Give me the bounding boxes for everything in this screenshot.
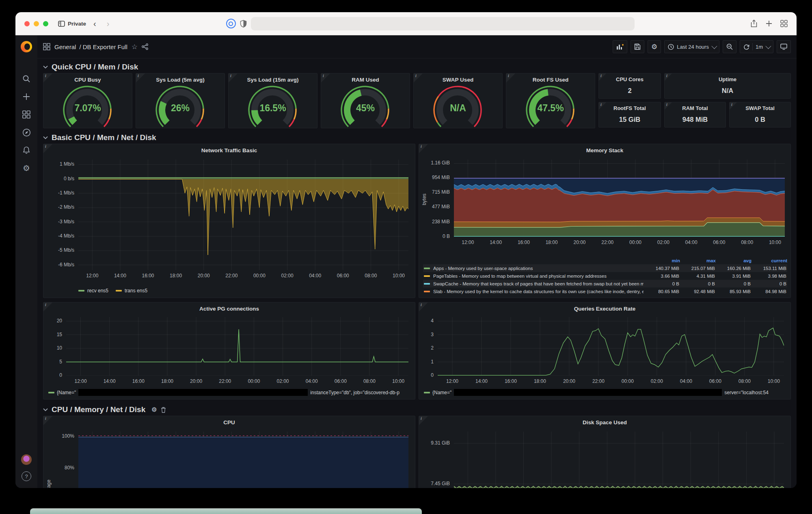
panel-sys-load-5m[interactable]: i Sys Load (5m avg) 26% <box>136 73 225 128</box>
add-panel-button[interactable] <box>613 40 627 53</box>
gauge-value: N/A <box>414 103 502 114</box>
dashboard-topbar: General / DB Exporter Full ☆ <box>37 35 797 58</box>
tab-overview-icon[interactable] <box>780 20 788 27</box>
info-icon[interactable]: i <box>323 73 324 78</box>
tv-mode-button[interactable] <box>777 40 791 53</box>
explore-compass-icon[interactable] <box>20 126 32 138</box>
info-icon[interactable]: i <box>666 102 667 107</box>
legend-label-prefix: {Name=" <box>57 390 76 395</box>
legend-header-min[interactable]: min <box>644 258 680 263</box>
browser-forward-button[interactable]: › <box>104 19 113 28</box>
panel-root-fs-used[interactable]: i Root FS Used 47.5% <box>506 73 595 128</box>
panel-title: Sys Load (5m avg) <box>136 77 225 83</box>
queries-legend[interactable]: {Name=" server="localhost:54 <box>424 389 786 396</box>
section-basic-cpu-mem-net-disk[interactable]: Basic CPU / Mem / Net / Disk <box>43 132 791 144</box>
info-icon[interactable]: i <box>600 73 602 78</box>
panel-uptime[interactable]: i Uptime N/A <box>664 73 791 99</box>
browser-window: Private ‹ › <box>15 12 797 488</box>
share-dashboard-icon[interactable] <box>142 43 148 50</box>
time-range-picker[interactable]: Last 24 hours <box>664 40 719 53</box>
panel-ram-used[interactable]: i RAM Used 45% <box>321 73 410 128</box>
info-icon[interactable]: i <box>508 73 509 78</box>
legend-row-pagetables[interactable]: PageTables - Memory used to map between … <box>423 272 787 280</box>
panel-swap-total[interactable]: i SWAP Total 0 B <box>729 102 791 127</box>
memory-stack-plot: 12:0014:0016:0018:0020:0022:0000:0002:00… <box>454 160 785 237</box>
section-cpu-memory-net-disk[interactable]: CPU / Memory / Net / Disk ⚙ <box>43 404 791 416</box>
pg-legend[interactable]: {Name=" instanceType="db", job="discover… <box>48 389 410 396</box>
memory-legend-table: min max avg current Apps - Memory used b… <box>423 257 787 295</box>
dashboard-settings-button[interactable]: ⚙ <box>648 40 661 53</box>
star-icon[interactable]: ☆ <box>132 43 138 51</box>
info-icon[interactable]: i <box>138 73 139 78</box>
minimize-window-button[interactable] <box>34 21 39 26</box>
breadcrumb-dashboard[interactable]: / DB Exporter Full <box>79 43 127 50</box>
share-icon[interactable] <box>750 19 758 28</box>
info-icon[interactable]: i <box>45 302 46 307</box>
legend-row-apps[interactable]: Apps - Memory used by user-space applica… <box>423 264 787 272</box>
chevron-down-icon <box>43 408 48 411</box>
stat-value: 2 <box>599 87 661 95</box>
legend-item[interactable]: recv ens5 <box>78 288 108 294</box>
browser-back-button[interactable]: ‹ <box>90 19 99 28</box>
info-icon[interactable]: i <box>45 416 46 421</box>
panel-cpu-cores[interactable]: i CPU Cores 2 <box>598 73 661 99</box>
search-icon[interactable] <box>20 73 32 85</box>
private-browsing-indicator[interactable]: Private <box>58 21 86 27</box>
row-delete-trash-icon[interactable] <box>161 407 166 413</box>
refresh-picker[interactable]: 1m <box>740 40 773 53</box>
info-icon[interactable]: i <box>421 302 422 307</box>
new-tab-icon[interactable] <box>766 20 772 27</box>
breadcrumb-folder[interactable]: General <box>54 43 76 50</box>
panel-disk-space-used[interactable]: i Disk Space Used 5.59 GiB7.45 GiB9.31 G… <box>419 416 791 488</box>
panel-cpu-busy[interactable]: i CPU Busy 7.07% <box>43 73 132 128</box>
info-icon[interactable]: i <box>421 416 422 421</box>
panel-title: CPU <box>43 419 415 425</box>
gear-icon: ⚙ <box>651 43 657 51</box>
panel-rootfs-total[interactable]: i RootFS Total 15 GiB <box>598 102 661 127</box>
panel-cpu[interactable]: i CPU Percentage 40%60%80%100% <box>43 416 415 488</box>
panel-title: Root FS Used <box>506 77 595 83</box>
configuration-gear-icon[interactable]: ⚙ <box>20 162 32 174</box>
legend-row-slab[interactable]: Slab - Memory used by the kernel to cach… <box>423 287 787 295</box>
section-quick-cpu-mem-disk[interactable]: Quick CPU / Mem / Disk <box>43 61 791 73</box>
panel-network-traffic[interactable]: i Network Traffic Basic 12:0014:0016:001… <box>43 144 415 298</box>
legend-header-max[interactable]: max <box>680 258 716 263</box>
create-icon[interactable] <box>20 91 32 103</box>
info-icon[interactable]: i <box>666 73 667 78</box>
breadcrumb[interactable]: General / DB Exporter Full <box>54 43 127 50</box>
grafana-logo[interactable] <box>21 41 32 52</box>
alerting-bell-icon[interactable] <box>20 144 32 156</box>
grafana-app: ⚙ ? General / DB Exporter Full ☆ <box>15 35 797 488</box>
save-dashboard-button[interactable] <box>631 40 644 53</box>
help-icon[interactable]: ? <box>22 471 31 481</box>
panel-queries-execution-rate[interactable]: i Queries Execution Rate 12:0014:0016:00… <box>419 302 791 400</box>
password-manager-icon[interactable] <box>226 19 236 28</box>
panel-active-pg-connections[interactable]: i Active PG connections 12:0014:0016:001… <box>43 302 415 400</box>
info-icon[interactable]: i <box>600 102 602 107</box>
dashboard-grid-icon[interactable] <box>43 43 50 50</box>
legend-header-avg[interactable]: avg <box>716 258 752 263</box>
info-icon[interactable]: i <box>230 73 231 78</box>
zoom-out-time-button[interactable] <box>723 40 736 53</box>
user-avatar[interactable] <box>21 454 32 465</box>
panel-ram-total[interactable]: i RAM Total 948 MiB <box>664 102 726 127</box>
info-icon[interactable]: i <box>45 73 46 78</box>
panel-memory-stack[interactable]: i Memory Stack bytes 12:0014:0016:0018:0… <box>419 144 791 298</box>
zoom-window-button[interactable] <box>43 21 48 26</box>
info-icon[interactable]: i <box>415 73 417 78</box>
info-icon[interactable]: i <box>421 144 422 149</box>
dashboards-icon[interactable] <box>20 108 32 121</box>
panel-sys-load-15m[interactable]: i Sys Load (15m avg) 16.5% <box>228 73 317 128</box>
legend-header-current[interactable]: current <box>752 258 787 263</box>
info-icon[interactable]: i <box>731 102 732 107</box>
legend-item[interactable]: trans ens5 <box>116 288 147 294</box>
panel-swap-used[interactable]: i SWAP Used N/A <box>413 73 503 128</box>
close-window-button[interactable] <box>24 21 30 26</box>
sidebar-toggle-icon[interactable] <box>58 21 65 27</box>
info-icon[interactable]: i <box>45 144 46 149</box>
privacy-shield-icon[interactable] <box>240 20 247 28</box>
address-bar[interactable] <box>251 17 635 30</box>
legend-row-swapcache[interactable]: SwapCache - Memory that keeps track of p… <box>423 280 787 287</box>
chevron-down-icon <box>711 43 717 49</box>
row-settings-gear-icon[interactable]: ⚙ <box>151 406 157 413</box>
